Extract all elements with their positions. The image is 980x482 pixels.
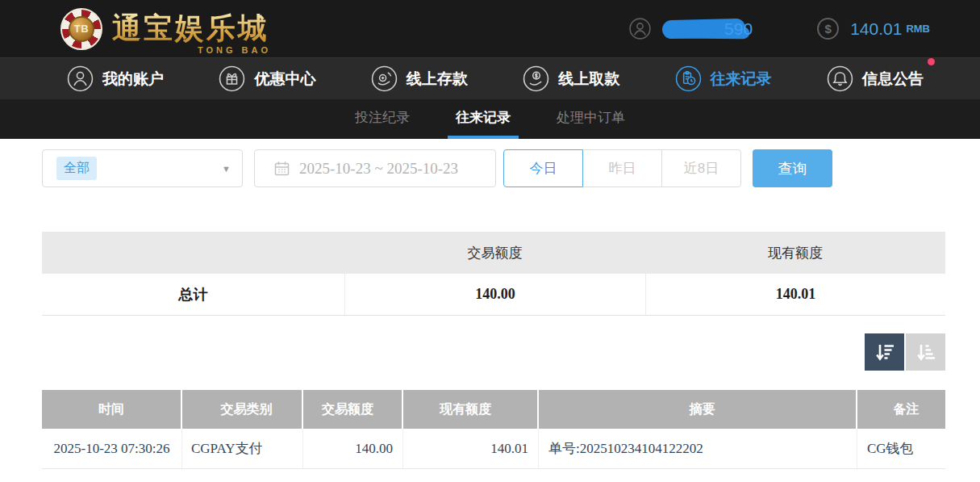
tab-betting-records[interactable]: 投注纪录 [347, 99, 418, 139]
nav-item-online-deposit[interactable]: 线上存款 [371, 65, 468, 92]
cell-summary: 单号:202510234104122202 [539, 429, 857, 468]
sort-descending-button[interactable] [865, 333, 904, 371]
date-range-value: 2025-10-23 ~ 2025-10-23 [299, 160, 458, 178]
header-right: 590 $ 140.01 RMB [629, 18, 930, 40]
nav-item-my-account[interactable]: 我的账户 [67, 65, 164, 92]
cell-transaction-type: CGPAY支付 [182, 429, 303, 468]
account-icon [67, 65, 94, 92]
col-header-current-balance: 现有额度 [403, 390, 539, 429]
nav-label: 信息公告 [862, 69, 924, 90]
dropdown-selected-value: 全部 [56, 157, 97, 180]
casino-chip-icon: TB [60, 8, 102, 50]
nav-label: 优惠中心 [254, 69, 315, 90]
top-header: TB 通宝娱乐城 TONG BAO 590 $ 1 [0, 0, 980, 57]
summary-table: 交易额度 现有额度 总计 140.00 140.01 [42, 232, 945, 316]
cell-transaction-amount: 140.00 [303, 429, 403, 468]
brand-name-cn: 通宝娱乐城 [112, 9, 269, 48]
sort-descending-icon [874, 342, 895, 362]
page: TB 通宝娱乐城 TONG BAO 590 $ 1 [0, 0, 980, 482]
balance-currency: RMB [906, 23, 930, 35]
records-table-header: 时间 交易类别 交易额度 现有额度 摘要 备注 [42, 390, 945, 429]
col-header-summary: 摘要 [539, 390, 857, 429]
sub-nav: 投注纪录 往来记录 处理中订单 [0, 99, 980, 139]
notification-dot [928, 58, 935, 65]
main-nav: 我的账户 优惠中心 线上存款 [0, 57, 980, 99]
col-header-transaction-type: 交易类别 [182, 390, 303, 429]
summary-header-blank [42, 232, 344, 274]
brand-text: 通宝娱乐城 TONG BAO [112, 9, 269, 48]
nav-item-transaction-records[interactable]: 往来记录 [675, 65, 772, 92]
cell-note: CG钱包 [857, 429, 945, 468]
table-row: 2025-10-23 07:30:26 CGPAY支付 140.00 140.0… [42, 429, 945, 469]
tab-pending-orders[interactable]: 处理中订单 [548, 99, 633, 139]
brand-logo[interactable]: TB 通宝娱乐城 TONG BAO [60, 8, 269, 50]
records-icon [675, 65, 702, 92]
nav-item-promotions[interactable]: 优惠中心 [219, 65, 315, 92]
deposit-icon [371, 65, 398, 92]
date-range-input[interactable]: 2025-10-23 ~ 2025-10-23 [254, 149, 496, 187]
nav-label: 线上存款 [407, 69, 468, 90]
search-button[interactable]: 查询 [753, 149, 832, 187]
summary-table-header: 交易额度 现有额度 [42, 232, 945, 274]
user-account[interactable]: 590 [629, 18, 753, 40]
summary-header-current-balance: 现有额度 [645, 232, 945, 274]
type-dropdown[interactable]: 全部 ▼ [42, 149, 243, 187]
username-redacted: 590 [662, 19, 753, 39]
filter-bar: 全部 ▼ 2025-10-23 ~ 2025-10-23 今日 昨日 近8日 查… [42, 149, 980, 187]
wallet-balance[interactable]: $ 140.01 RMB [817, 18, 930, 40]
summary-transaction-amount: 140.00 [344, 274, 645, 315]
calendar-icon [274, 161, 290, 176]
summary-header-transaction-amount: 交易额度 [344, 232, 645, 274]
col-header-transaction-amount: 交易额度 [303, 390, 403, 429]
cell-time: 2025-10-23 07:30:26 [42, 429, 182, 468]
summary-current-balance: 140.01 [645, 274, 945, 315]
gift-icon [219, 65, 245, 92]
tab-transaction-records[interactable]: 往来记录 [448, 99, 519, 139]
today-button[interactable]: 今日 [503, 149, 583, 187]
summary-total-label: 总计 [42, 274, 344, 315]
username-visible-suffix: 590 [724, 19, 753, 39]
col-header-note: 备注 [857, 390, 945, 429]
cell-current-balance: 140.01 [403, 429, 539, 468]
bell-icon [827, 65, 853, 92]
nav-item-announcements[interactable]: 信息公告 [827, 65, 924, 92]
summary-total-row: 总计 140.00 140.01 [42, 274, 945, 316]
col-header-time: 时间 [42, 390, 182, 429]
records-table: 时间 交易类别 交易额度 现有额度 摘要 备注 2025-10-23 07:30… [42, 390, 945, 469]
quick-date-group: 今日 昨日 近8日 [503, 149, 741, 187]
balance-amount: 140.01 [850, 19, 902, 39]
user-icon [629, 18, 651, 40]
chip-monogram: TB [69, 16, 94, 42]
sort-ascending-icon [915, 342, 936, 362]
sort-controls [42, 333, 945, 371]
nav-item-online-withdrawal[interactable]: 线上取款 [523, 65, 619, 92]
dollar-icon: $ [817, 18, 839, 40]
nav-label: 线上取款 [558, 69, 619, 90]
nav-label: 我的账户 [102, 69, 164, 90]
yesterday-button[interactable]: 昨日 [582, 149, 662, 187]
nav-label: 往来记录 [711, 69, 772, 90]
withdraw-icon [523, 65, 549, 92]
last-8-days-button[interactable]: 近8日 [661, 149, 741, 187]
brand-name-en: TONG BAO [198, 45, 271, 55]
chevron-down-icon: ▼ [222, 164, 231, 174]
sort-ascending-button[interactable] [906, 333, 945, 371]
